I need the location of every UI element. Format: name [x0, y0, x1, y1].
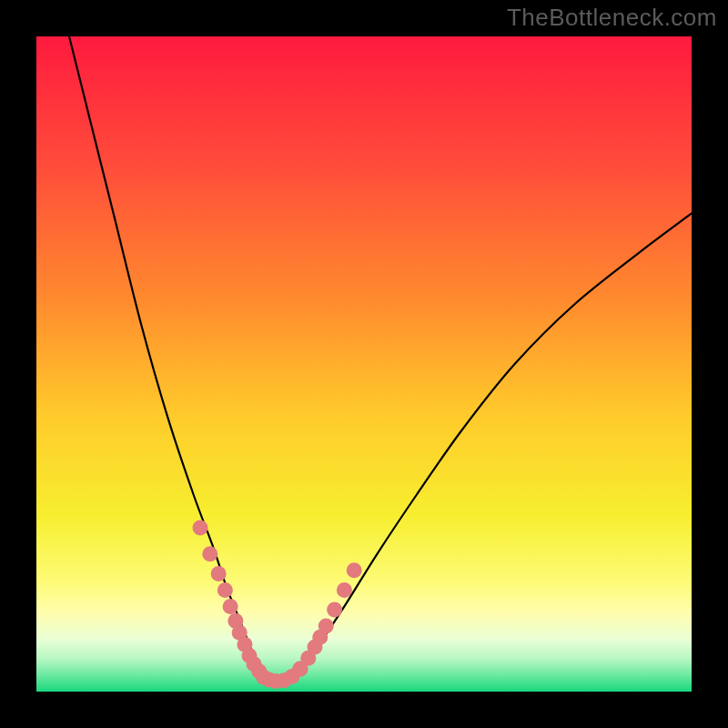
- bead-point: [327, 602, 342, 618]
- plot-area: [36, 36, 692, 692]
- bead-point: [217, 582, 233, 598]
- chart-frame: TheBottleneck.com: [0, 0, 728, 728]
- gradient-background: [36, 36, 692, 692]
- bead-point: [223, 599, 238, 614]
- bead-point: [193, 521, 208, 536]
- bead-point: [318, 619, 334, 634]
- bead-point: [211, 566, 227, 581]
- watermark-text: TheBottleneck.com: [507, 4, 717, 32]
- bead-point: [347, 562, 362, 578]
- bead-point: [202, 546, 217, 561]
- bead-point: [337, 582, 352, 598]
- plot-svg: [36, 36, 692, 692]
